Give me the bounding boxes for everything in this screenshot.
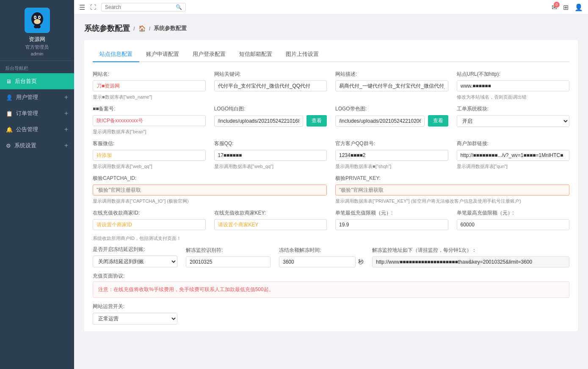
sidebar-item-users[interactable]: 👤 用户管理 + — [0, 89, 74, 105]
freeze-url-label: 解冻监控地址如下（请挂监控，每分钟1次）： — [372, 247, 569, 254]
captcha-id-input[interactable] — [93, 184, 327, 196]
max-recharge-input[interactable] — [457, 219, 570, 230]
site-desc-label: 网站描述: — [335, 71, 448, 78]
form-freeze-toggle: 是否开启冻结延迟到账: 关闭冻结延迟到到账 开启冻结延迟到到账 — [93, 246, 177, 267]
form-service-wechat: 客服微信: 显示调用数据库表["web_qq"] — [93, 140, 206, 170]
sidebar-item-dashboard[interactable]: 🖥 后台首页 — [0, 73, 74, 89]
notice-box: 注意：在线充值将收取%手续费用，免手续费可联系人工加款最低充值500起。 — [93, 281, 569, 298]
sidebar-item-dashboard-label: 后台首页 — [15, 77, 37, 85]
notice-content: 注意：在线充值将收取%手续费用，免手续费可联系人工加款最低充值500起。 — [98, 286, 274, 292]
site-keywords-input[interactable] — [214, 80, 327, 91]
sidebar-item-settings[interactable]: ⚙ 系统设置 + — [0, 138, 74, 154]
official-qq-input[interactable] — [335, 150, 448, 161]
svg-point-4 — [39, 17, 40, 18]
min-recharge-label: 单笔最低充值限额（元）: — [335, 209, 448, 217]
logo-white-label: LOGO纯白图: — [214, 105, 327, 113]
max-recharge-label: 单笔最高充值限额（元）: — [457, 209, 570, 217]
merchant-hint: 系统收款所用商户ID，包括测试支付页面！ — [93, 235, 569, 242]
users-plus-icon[interactable]: + — [64, 94, 68, 101]
site-status-select[interactable]: 正常运营 维护中 — [93, 313, 177, 325]
site-url-input[interactable] — [457, 80, 570, 91]
logo-color-btn[interactable]: 查看 — [428, 115, 448, 127]
tab-site-info[interactable]: 站点信息配置 — [93, 47, 139, 62]
site-status-label: 网站运营开关: — [93, 303, 177, 310]
logo-color-label: LOGO带色图: — [335, 105, 448, 113]
breadcrumb-sep1: / — [133, 25, 135, 32]
form-merchant-id: 在线充值收款商家ID: — [93, 209, 206, 230]
sidebar-item-announce-left: 🔔 公告管理 — [6, 126, 38, 133]
freeze-captcha-label: 解冻监控识别符: — [186, 247, 271, 254]
nav-section-title: 后台导航栏 — [0, 61, 74, 73]
merchant-key-input[interactable] — [214, 219, 327, 230]
icp-input[interactable] — [93, 115, 206, 126]
mail-icon[interactable]: ✉ 0 — [552, 3, 557, 11]
gear-icon: ⚙ — [6, 143, 11, 149]
site-title: 资源网 — [29, 36, 45, 43]
tab-sms-email[interactable]: 短信邮箱配置 — [232, 47, 279, 62]
form-site-name: 网站名: 显示■数据库表["web_name"] — [93, 71, 206, 100]
expand-icon[interactable]: ⛶ — [90, 4, 96, 11]
admin-name: admin — [31, 51, 44, 56]
home-icon: 🖥 — [6, 78, 11, 85]
freeze-captcha-input[interactable] — [186, 256, 271, 267]
freeze-time-label: 冻结余额解冻时间: — [279, 247, 364, 254]
service-wechat-input[interactable] — [93, 150, 206, 161]
icp-label: ■■备案号: — [93, 105, 206, 113]
logo-white-input[interactable] — [214, 116, 304, 127]
site-name-input[interactable] — [93, 80, 206, 91]
user-avatar-icon[interactable]: 👤 — [574, 3, 583, 11]
workorder-select[interactable]: 开启 关闭 — [457, 115, 570, 127]
freeze-toggle-select[interactable]: 关闭冻结延迟到到账 开启冻结延迟到到账 — [93, 256, 177, 267]
private-key-input[interactable] — [335, 184, 569, 196]
form-site-status: 网站运营开关: 正常运营 维护中 — [93, 303, 177, 325]
svg-point-5 — [34, 19, 41, 24]
sidebar: 资源网 官方管理员 admin 后台导航栏 🖥 后台首页 👤 用户管理 + 📋 … — [0, 0, 74, 369]
home-breadcrumb-icon[interactable]: 🏠 — [138, 25, 146, 32]
workorder-label: 工单系统模块: — [457, 105, 570, 113]
join-group-hint: 显示调用数据库表["qun"] — [457, 163, 570, 170]
announce-plus-icon[interactable]: + — [64, 126, 68, 133]
form-merchant-key: 在线充值收款商家KEY: — [214, 209, 327, 230]
freeze-url-input[interactable] — [372, 256, 569, 267]
logo-white-row: 查看 — [214, 115, 327, 127]
site-name-label: 网站名: — [93, 71, 206, 78]
logo-color-input[interactable] — [335, 116, 425, 127]
settings-plus-icon[interactable]: + — [64, 142, 68, 149]
sidebar-item-announce[interactable]: 🔔 公告管理 + — [0, 121, 74, 138]
form-row-3: 客服微信: 显示调用数据库表["web_qq"] 客服QQ: 显示调用数据库表[… — [93, 140, 569, 170]
freeze-time-unit: 秒 — [358, 258, 364, 266]
logo-white-btn[interactable]: 查看 — [306, 115, 327, 127]
form-freeze-captcha: 解冻监控识别符: — [186, 247, 271, 267]
site-keywords-label: 网站关键词: — [214, 71, 327, 78]
tab-account-apply[interactable]: 账户申请配置 — [139, 47, 186, 62]
merchant-id-input[interactable] — [93, 219, 206, 230]
grid-icon[interactable]: ⊞ — [563, 3, 569, 11]
form-join-group: 商户加群链接: 显示调用数据库表["qun"] — [457, 140, 570, 170]
menu-icon[interactable]: ☰ — [79, 3, 85, 11]
search-box: 🔍 — [101, 3, 186, 11]
form-private-key: 极验PRIVATE_KEY: 显示调用数据库表["PRIVATE_KEY"] (… — [335, 175, 569, 204]
tab-account-login[interactable]: 用户登录配置 — [186, 47, 232, 62]
form-site-keywords: 网站关键词: — [214, 71, 327, 100]
tab-image-upload[interactable]: 图片上传设置 — [279, 47, 326, 62]
svg-point-7 — [36, 25, 41, 28]
form-icp: ■■备案号: 显示调用数据库表["bean"] — [93, 105, 206, 135]
form-site-url: 站点URL(不加http): 修改为本站域名，否则页面调出错 — [457, 71, 570, 100]
freeze-time-input[interactable] — [279, 256, 356, 267]
form-captcha-id: 极验CAPTCHA_ID: 显示调用数据库表["CAPTCHA_IO"] (极验… — [93, 175, 327, 204]
official-qq-hint: 显示调用数据库表■["shqh"] — [335, 163, 448, 170]
form-min-recharge: 单笔最低充值限额（元）: — [335, 209, 448, 230]
service-qq-input[interactable] — [214, 150, 327, 161]
min-recharge-input[interactable] — [335, 219, 448, 230]
form-max-recharge: 单笔最高充值限额（元）: — [457, 209, 570, 230]
content-area: 系统参数配置 / 🏠 / 系统参数配置 站点信息配置 账户申请配置 用户登录配置… — [74, 15, 588, 369]
service-wechat-hint: 显示调用数据库表["web_qq"] — [93, 163, 206, 170]
search-input[interactable] — [105, 4, 176, 10]
logo-color-row: 查看 — [335, 115, 448, 127]
search-icon[interactable]: 🔍 — [176, 4, 182, 10]
orders-plus-icon[interactable]: + — [64, 110, 68, 117]
join-group-input[interactable] — [457, 150, 570, 161]
site-desc-input[interactable] — [335, 80, 448, 91]
sidebar-item-orders[interactable]: 📋 订单管理 + — [0, 105, 74, 121]
notice-title: 充值页面协议: — [93, 273, 569, 280]
